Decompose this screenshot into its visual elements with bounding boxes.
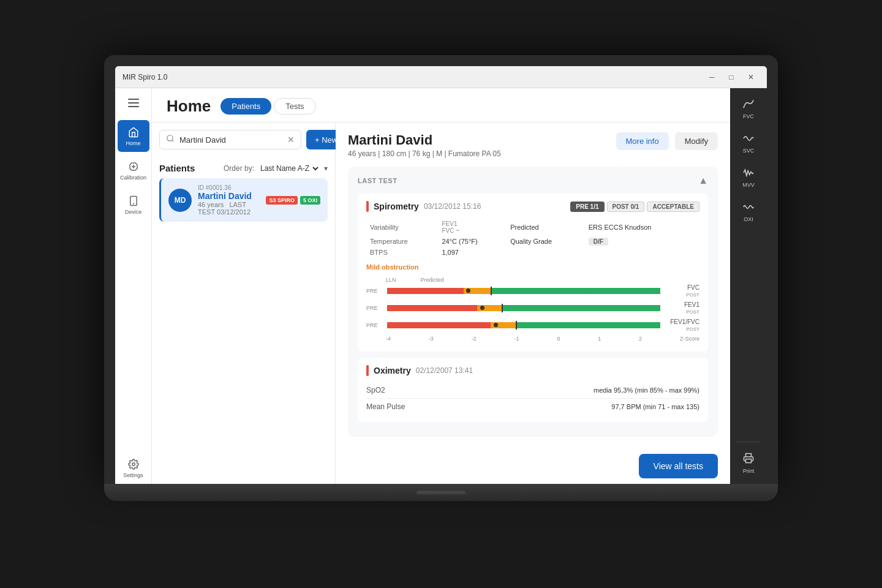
left-sidebar: Home Calibration — [115, 88, 152, 484]
minimize-button[interactable]: ─ — [703, 70, 720, 85]
sidebar-item-settings[interactable]: Settings — [118, 452, 149, 484]
fvc-metric-label: FVCPOST — [663, 284, 699, 298]
sidebar-item-device[interactable]: Device — [118, 189, 149, 221]
detail-patient-meta: 46 years | 180 cm | 76 kg | M | Fumatore… — [348, 149, 501, 158]
toolbar-print[interactable]: Print — [733, 447, 764, 479]
title-bar: MIR Spiro 1.0 ─ □ ✕ — [115, 66, 767, 88]
patient-badges: S3 SPIRO 5 OXI — [266, 196, 320, 205]
fevfvc-lln-marker — [516, 321, 517, 330]
spo2-value: media 95,3% (min 85% - max 99%) — [594, 386, 699, 394]
order-by-row: Order by: Last Name A-Z Last Name Z-A Fi… — [224, 164, 328, 173]
calibration-icon — [127, 160, 140, 173]
quality-grade-label: Quality Grade — [508, 236, 585, 246]
fevfvc-bar-wrapper — [387, 321, 660, 330]
maximize-button[interactable]: □ — [723, 70, 740, 85]
fvc-bar-row: PRE — [366, 284, 699, 298]
hamburger-line-1 — [128, 99, 139, 100]
laptop-shell: MIR Spiro 1.0 ─ □ ✕ — [104, 55, 778, 533]
patients-panel: ✕ + New Patient Patients Order by: Last … — [152, 123, 336, 484]
badge-pre: PRE 1/1 — [570, 202, 604, 212]
search-input[interactable] — [179, 135, 282, 145]
oximetry-indicator — [366, 365, 369, 376]
device-icon — [127, 195, 140, 207]
app-layout: Home Calibration — [115, 88, 767, 484]
temperature-label: Temperature — [368, 236, 438, 246]
order-by-select[interactable]: Last Name A-Z Last Name Z-A First Name A… — [258, 164, 320, 173]
chart-axis: -4 -3 -2 -1 0 1 2 Z-Score — [366, 336, 699, 342]
sidebar-device-label: Device — [125, 209, 142, 215]
toolbar-mvv[interactable]: MVV — [733, 162, 764, 194]
patient-avatar: MD — [168, 189, 192, 212]
svg-line-6 — [172, 140, 174, 142]
btps-value: 1,097 — [439, 247, 507, 257]
axis-label-2: 2 — [639, 336, 642, 342]
chevron-down-icon: ▾ — [324, 164, 328, 173]
detail-header: Martini David 46 years | 180 cm | 76 kg … — [348, 132, 718, 158]
mild-obstruction-label: Mild obstruction — [366, 263, 699, 271]
tab-bar: Patients Tests — [221, 98, 315, 115]
collapse-button[interactable]: ▲ — [698, 175, 708, 186]
mean-pulse-value: 97,7 BPM (min 71 - max 135) — [611, 403, 699, 410]
fvc-red-segment — [387, 288, 464, 294]
spirometry-title: Spirometry — [374, 202, 419, 211]
fevfvc-bar-track — [387, 322, 660, 328]
settings-icon — [127, 458, 140, 470]
app-title: MIR Spiro 1.0 — [123, 73, 167, 81]
page-title: Home — [167, 97, 211, 116]
fev1-bar-row: PRE — [366, 301, 699, 315]
sidebar-item-home[interactable]: Home — [118, 120, 149, 152]
oximetry-section: Oximetry 02/12/2007 13:41 SpO2 media 95,… — [358, 358, 708, 422]
sidebar-settings-label: Settings — [123, 472, 143, 478]
badge-oxi: 5 OXI — [300, 196, 320, 205]
trackpad-notch — [417, 491, 466, 494]
mvv-icon — [742, 168, 755, 180]
view-all-tests-button[interactable]: View all tests — [639, 454, 718, 478]
spirometry-date: 03/12/2012 15:16 — [424, 202, 481, 211]
search-clear-button[interactable]: ✕ — [287, 135, 295, 145]
oximetry-title: Oximetry — [374, 366, 411, 375]
detail-patient-name: Martini David — [348, 132, 501, 148]
hamburger-menu[interactable] — [121, 93, 146, 113]
spirometry-section: Spirometry 03/12/2012 15:16 PRE 1/1 POST… — [358, 194, 708, 352]
fev1-red-segment — [387, 305, 477, 311]
tab-patients[interactable]: Patients — [221, 98, 271, 115]
app-window: MIR Spiro 1.0 ─ □ ✕ — [115, 66, 767, 484]
toolbar-oxi[interactable]: OXI — [733, 196, 764, 228]
order-by-label: Order by: — [224, 164, 254, 173]
sidebar-calibration-label: Calibration — [120, 175, 146, 181]
fevfvc-bar-row: PRE — [366, 318, 699, 332]
quality-grade-value: D/F — [589, 238, 608, 246]
fvc-icon — [742, 99, 755, 111]
close-button[interactable]: ✕ — [742, 70, 760, 85]
fvc-bar-track — [387, 288, 660, 294]
modify-button[interactable]: Modify — [675, 132, 718, 150]
spirometry-badges: PRE 1/1 POST 0/1 ACCEPTABLE — [570, 202, 699, 212]
spirometry-table: Variability FEV1FVC ~ Predicted ERS ECCS… — [366, 218, 699, 258]
toolbar-svc-label: SVC — [743, 148, 755, 154]
window-controls: ─ □ ✕ — [703, 70, 760, 85]
axis-label-n4: -4 — [386, 336, 391, 342]
toolbar-fvc[interactable]: FVC — [733, 93, 764, 125]
hamburger-line-2 — [128, 102, 139, 104]
home-header: Home Patients Tests — [152, 88, 730, 123]
axis-label-1: 1 — [598, 336, 601, 342]
patient-list-item[interactable]: MD ID #0001.36 Martini David 46 years LA… — [159, 178, 328, 222]
mean-pulse-label: Mean Pulse — [366, 402, 405, 411]
tab-tests[interactable]: Tests — [274, 98, 315, 115]
more-info-button[interactable]: More info — [616, 132, 669, 150]
patient-name: Martini David — [198, 191, 260, 201]
variability-label: Variability — [368, 219, 438, 235]
axis-label-n1: -1 — [514, 336, 519, 342]
oximetry-date: 02/12/2007 13:41 — [416, 366, 473, 375]
svc-icon — [742, 134, 755, 146]
last-test-label: LAST TEST — [358, 177, 397, 184]
fevfvc-pre-label: PRE — [366, 322, 385, 328]
spirometry-header: Spirometry 03/12/2012 15:16 PRE 1/1 POST… — [366, 201, 699, 212]
right-toolbar: FVC SVC — [730, 88, 767, 484]
oximetry-header: Oximetry 02/12/2007 13:41 — [366, 365, 699, 376]
fevfvc-red-segment — [387, 322, 491, 328]
toolbar-svc[interactable]: SVC — [733, 127, 764, 159]
fev1-metric-label: FEV1POST — [663, 301, 699, 315]
mean-pulse-row: Mean Pulse 97,7 BPM (min 71 - max 135) — [366, 399, 699, 415]
sidebar-item-calibration[interactable]: Calibration — [118, 154, 149, 186]
